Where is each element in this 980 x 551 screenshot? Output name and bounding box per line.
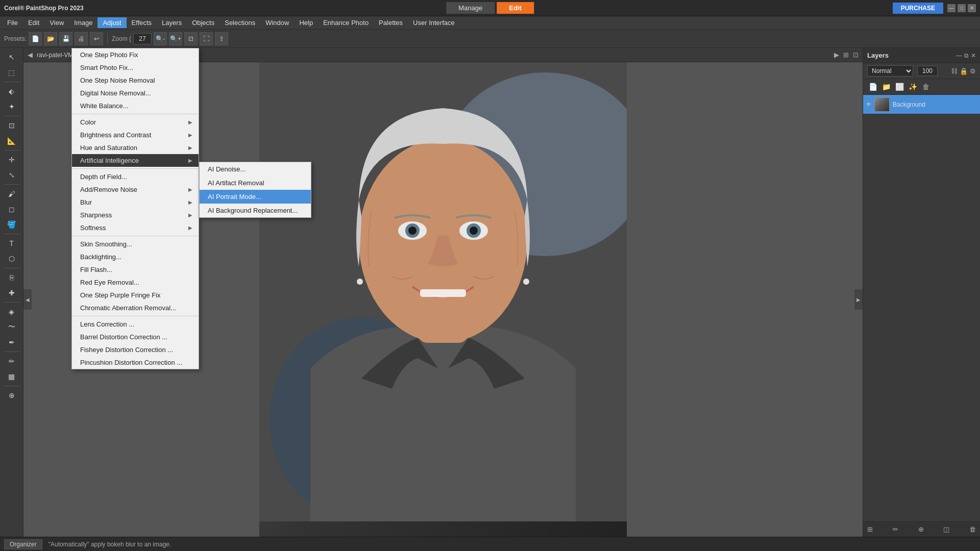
adjust-menu-item-barrel-distortion[interactable]: Barrel Distortion Correction ...	[72, 331, 199, 343]
edit-button[interactable]: Edit	[497, 2, 534, 14]
toolbar-btn-save[interactable]: 💾	[59, 32, 72, 45]
tool-heal[interactable]: ✚	[3, 286, 21, 300]
tool-arrow[interactable]: ↖	[3, 50, 21, 64]
adjust-menu-item-white-balance[interactable]: White Balance...	[72, 99, 199, 112]
menubar-item-objects[interactable]: Objects	[187, 17, 219, 28]
adjust-menu-item-softness[interactable]: Softness▶	[72, 221, 199, 234]
tool-add[interactable]: ⊕	[3, 388, 21, 403]
adjust-menu-item-ai[interactable]: Artificial Intelligence▶	[72, 154, 199, 167]
tool-sharpen[interactable]: ◈	[3, 305, 21, 319]
maximize-button[interactable]: □	[958, 4, 966, 12]
adjust-menu-item-color[interactable]: Color▶	[72, 116, 199, 129]
canvas-view-icons[interactable]: ⊞	[843, 51, 849, 59]
layers-minimize[interactable]: —	[956, 52, 962, 59]
layers-bottom-btn3[interactable]: ⊕	[918, 525, 924, 533]
adjust-menu-item-chromatic-aberration[interactable]: Chromatic Aberration Removal...	[72, 302, 199, 314]
opacity-input[interactable]: 100	[917, 66, 938, 76]
tool-deform[interactable]: ⤡	[3, 168, 21, 182]
tool-smudge[interactable]: 〜	[3, 320, 21, 334]
adjust-menu-item-one-step-photo-fix[interactable]: One Step Photo Fix	[72, 48, 199, 61]
layer-link[interactable]: ⛓	[951, 67, 958, 75]
purchase-button[interactable]: PURCHASE	[893, 3, 943, 14]
toolbar-btn-export[interactable]: ⇪	[215, 32, 228, 45]
ai-submenu-item-ai-portrait[interactable]: AI Portrait Mode...	[200, 190, 311, 204]
layers-float[interactable]: ⧉	[964, 52, 969, 59]
menubar-item-window[interactable]: Window	[260, 17, 294, 28]
adjust-menu-item-depth-of-field[interactable]: Depth of Field...	[72, 170, 199, 183]
adjust-menu-item-pincushion-distortion[interactable]: Pincushion Distortion Correction ...	[72, 356, 199, 369]
minimize-button[interactable]: —	[947, 4, 955, 12]
delete-layer-btn[interactable]: 🗑	[920, 81, 932, 92]
tool-paint[interactable]: 🖌	[3, 187, 21, 201]
tool-clone[interactable]: ⎘	[3, 270, 21, 285]
menubar-item-layers[interactable]: Layers	[157, 17, 187, 28]
layers-bottom-btn2[interactable]: ✏	[893, 525, 898, 533]
adjust-menu-item-red-eye[interactable]: Red Eye Removal...	[72, 276, 199, 289]
adjust-menu-item-sharpness[interactable]: Sharpness▶	[72, 209, 199, 221]
adjust-menu-item-brightness-contrast[interactable]: Brightness and Contrast▶	[72, 129, 199, 141]
canvas-expand[interactable]: ⊡	[853, 51, 859, 59]
adjust-menu-item-skin-smoothing[interactable]: Skin Smoothing...	[72, 238, 199, 251]
toolbar-btn-print[interactable]: 🖨	[75, 32, 88, 45]
menubar-item-adjust[interactable]: Adjust	[97, 17, 126, 28]
new-group-btn[interactable]: 📁	[880, 81, 892, 92]
toolbar-btn-undo[interactable]: ↩	[90, 32, 103, 45]
canvas-collapse-left[interactable]: ◀	[23, 289, 32, 310]
adjust-menu-item-one-step-noise[interactable]: One Step Noise Removal	[72, 74, 199, 87]
menubar-item-ui[interactable]: User Interface	[408, 17, 460, 28]
layer-lock[interactable]: 🔒	[960, 67, 968, 75]
zoom-input[interactable]: 27	[133, 33, 152, 44]
adjust-menu-item-fill-flash[interactable]: Fill Flash...	[72, 263, 199, 276]
toolbar-btn-fullscreen[interactable]: ⛶	[200, 32, 213, 45]
tool-lasso[interactable]: ⬖	[3, 84, 21, 98]
tool-straighten[interactable]: 📐	[3, 134, 21, 148]
ai-submenu-item-ai-artifact[interactable]: AI Artifact Removal	[200, 176, 311, 190]
toolbar-btn-new[interactable]: 📄	[29, 32, 42, 45]
toolbar-btn-fit[interactable]: ⊡	[184, 32, 198, 45]
tool-gradient[interactable]: ▦	[3, 369, 21, 384]
tool-eyedropper[interactable]: ✒	[3, 335, 21, 349]
adjust-menu-item-add-remove-noise[interactable]: Add/Remove Noise▶	[72, 183, 199, 196]
layers-bottom-btn4[interactable]: ◫	[943, 525, 949, 533]
tool-magic-wand[interactable]: ✦	[3, 99, 21, 114]
adjust-menu-item-lens-correction[interactable]: Lens Correction ...	[72, 318, 199, 331]
tool-select[interactable]: ⬚	[3, 65, 21, 80]
layer-settings[interactable]: ⚙	[970, 67, 976, 75]
menubar-item-effects[interactable]: Effects	[127, 17, 157, 28]
effects-btn[interactable]: ✨	[907, 81, 918, 92]
tool-eraser[interactable]: ◻	[3, 202, 21, 216]
layers-bottom-btn5[interactable]: 🗑	[969, 525, 976, 533]
tool-pen[interactable]: ✏	[3, 354, 21, 368]
layers-bottom-btn1[interactable]: ⊞	[867, 525, 873, 533]
new-layer-btn[interactable]: 📄	[867, 81, 878, 92]
ai-submenu-item-ai-denoise[interactable]: AI Denoise...	[200, 162, 311, 176]
adjust-menu-item-digital-noise[interactable]: Digital Noise Removal...	[72, 87, 199, 99]
tool-text[interactable]: T	[3, 236, 21, 251]
menubar-item-help[interactable]: Help	[294, 17, 318, 28]
tool-fill[interactable]: 🪣	[3, 217, 21, 232]
menubar-item-palettes[interactable]: Palettes	[374, 17, 408, 28]
adjust-menu-item-backlighting[interactable]: Backlighting...	[72, 251, 199, 263]
tool-move[interactable]: ✛	[3, 153, 21, 167]
close-button[interactable]: ✕	[968, 4, 976, 12]
menubar-item-view[interactable]: View	[44, 17, 69, 28]
toolbar-btn-zoomin[interactable]: 🔍+	[169, 32, 182, 45]
toolbar-btn-open[interactable]: 📂	[44, 32, 57, 45]
adjust-menu-item-smart-photo-fix[interactable]: Smart Photo Fix...	[72, 61, 199, 74]
menubar-item-enhance[interactable]: Enhance Photo	[318, 17, 374, 28]
toolbar-btn-zoomout[interactable]: 🔍-	[154, 32, 167, 45]
blend-mode-select[interactable]: Normal Multiply Screen	[867, 65, 913, 77]
ai-submenu-item-ai-bg-replace[interactable]: AI Background Replacement...	[200, 204, 311, 217]
manage-button[interactable]: Manage	[446, 2, 495, 14]
adjust-menu-item-purple-fringe[interactable]: One Step Purple Fringe Fix	[72, 289, 199, 302]
menubar-item-file[interactable]: File	[2, 17, 23, 28]
canvas-nav-left[interactable]: ◀	[28, 51, 33, 59]
menubar-item-image[interactable]: Image	[69, 17, 97, 28]
adjust-menu-item-hue-sat[interactable]: Hue and Saturation▶	[72, 141, 199, 154]
tool-crop[interactable]: ⊡	[3, 118, 21, 133]
canvas-nav-right[interactable]: ▶	[834, 51, 839, 59]
adjust-menu-item-blur[interactable]: Blur▶	[72, 196, 199, 209]
mask-btn[interactable]: ⬜	[894, 81, 905, 92]
menubar-item-edit[interactable]: Edit	[23, 17, 44, 28]
adjust-menu-item-fisheye-distortion[interactable]: Fisheye Distortion Correction ...	[72, 343, 199, 356]
